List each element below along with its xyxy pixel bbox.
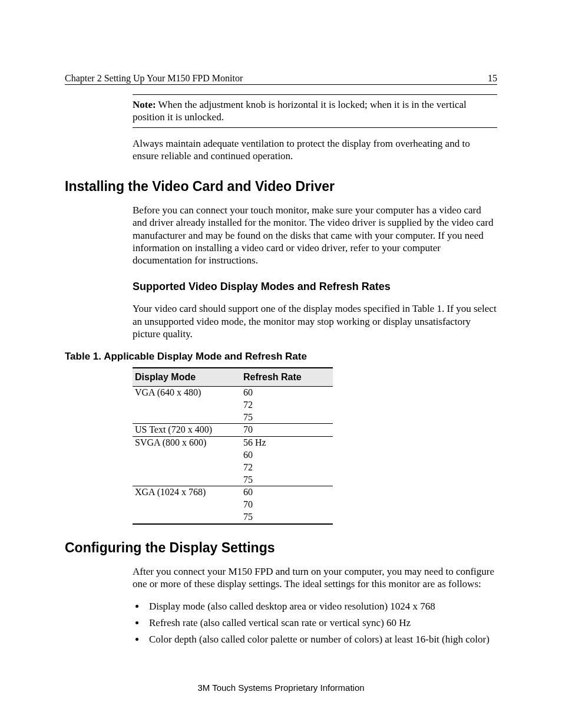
config-body: After you connect your M150 FPD and turn… xyxy=(133,565,497,591)
table-row: VGA (640 x 480)60 xyxy=(133,387,333,399)
running-header: Chapter 2 Setting Up Your M150 FPD Monit… xyxy=(65,73,497,85)
table-cell-rate: 72 xyxy=(241,399,333,411)
table-row: 72 xyxy=(133,462,333,474)
content: Note: When the adjustment knob is horizo… xyxy=(65,94,497,647)
table-row: 72 xyxy=(133,399,333,411)
table-cell-rate: 72 xyxy=(241,462,333,474)
install-body: Before you can connect your touch monito… xyxy=(133,204,497,266)
table-row: XGA (1024 x 768)60 xyxy=(133,486,333,499)
table-cell-mode xyxy=(133,399,241,411)
table-cell-rate: 60 xyxy=(241,486,333,499)
section-heading-config: Configuring the Display Settings xyxy=(65,540,497,556)
table-cell-mode: XGA (1024 x 768) xyxy=(133,486,241,499)
table-row: 75 xyxy=(133,411,333,424)
table-row: 60 xyxy=(133,449,333,462)
footer: 3M Touch Systems Proprietary Information xyxy=(0,683,562,693)
table-cell-mode xyxy=(133,474,241,486)
table-header-mode: Display Mode xyxy=(133,368,241,387)
table-cell-rate: 75 xyxy=(241,411,333,424)
table-cell-rate: 70 xyxy=(241,499,333,511)
table-header-rate: Refresh Rate xyxy=(241,368,333,387)
section-heading-install: Installing the Video Card and Video Driv… xyxy=(65,179,497,195)
table-caption: Table 1. Applicable Display Mode and Ref… xyxy=(65,351,497,363)
table-cell-rate: 70 xyxy=(241,424,333,437)
table-header-row: Display Mode Refresh Rate xyxy=(133,368,333,387)
note-text: When the adjustment knob is horizontal i… xyxy=(133,99,467,123)
display-modes-table: Display Mode Refresh Rate VGA (640 x 480… xyxy=(133,367,333,525)
page: Chapter 2 Setting Up Your M150 FPD Monit… xyxy=(0,0,562,728)
list-item: Display mode (also called desktop area o… xyxy=(146,599,497,614)
subsection-heading-modes: Supported Video Display Modes and Refres… xyxy=(133,281,497,293)
table-row: 70 xyxy=(133,499,333,511)
table-cell-mode xyxy=(133,462,241,474)
list-item: Refresh rate (also called vertical scan … xyxy=(146,616,497,630)
header-chapter: Chapter 2 Setting Up Your M150 FPD Monit… xyxy=(65,73,243,84)
header-page-number: 15 xyxy=(488,73,497,84)
table-cell-rate: 75 xyxy=(241,474,333,486)
modes-body: Your video card should support one of th… xyxy=(133,302,497,340)
table-cell-rate: 75 xyxy=(241,511,333,524)
table-cell-rate: 60 xyxy=(241,387,333,399)
ventilation-paragraph: Always maintain adequate ventilation to … xyxy=(133,137,497,163)
table-row: SVGA (800 x 600)56 Hz xyxy=(133,437,333,449)
table-cell-mode: US Text (720 x 400) xyxy=(133,424,241,437)
table-cell-mode xyxy=(133,411,241,424)
table-cell-mode: SVGA (800 x 600) xyxy=(133,437,241,449)
note-label: Note: xyxy=(133,99,156,110)
table-cell-mode: VGA (640 x 480) xyxy=(133,387,241,399)
list-item: Color depth (also called color palette o… xyxy=(146,633,497,647)
table-cell-rate: 56 Hz xyxy=(241,437,333,449)
table-row: 75 xyxy=(133,474,333,486)
config-bullets-list: Display mode (also called desktop area o… xyxy=(133,599,497,646)
table-cell-mode xyxy=(133,449,241,462)
table-cell-rate: 60 xyxy=(241,449,333,462)
table-cell-mode xyxy=(133,511,241,524)
table-row: 75 xyxy=(133,511,333,524)
table-cell-mode xyxy=(133,499,241,511)
table-row: US Text (720 x 400)70 xyxy=(133,424,333,437)
note-box: Note: When the adjustment knob is horizo… xyxy=(133,94,497,128)
